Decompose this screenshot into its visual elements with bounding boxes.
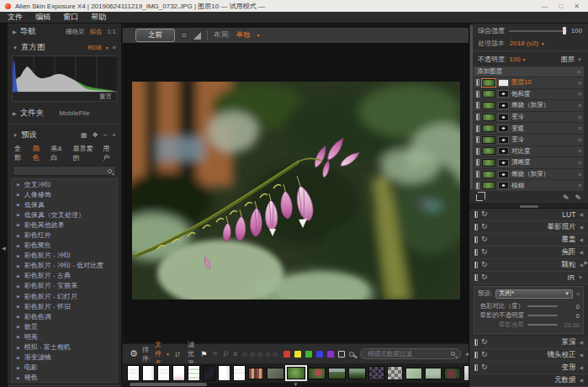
filmstrip-thumbnail-selected[interactable] [287, 367, 305, 379]
split-preview-icon[interactable] [193, 32, 201, 40]
chevron-down-icon[interactable]: ▼ [577, 57, 582, 62]
layer-visibility-toggle[interactable] [476, 136, 479, 143]
menu-icon[interactable]: ≡ [578, 148, 581, 154]
layer-visibility-toggle[interactable] [476, 114, 479, 120]
menu-icon[interactable]: ≡ [578, 80, 581, 86]
right-panel-scrollbar[interactable] [470, 25, 473, 189]
filmstrip-thumbnail[interactable] [405, 368, 422, 379]
layer-visibility-toggle[interactable] [476, 102, 479, 109]
preset-folder[interactable]: ▶彩色胶片 - 怀旧 [12, 301, 117, 311]
panel-ir-header[interactable]: ↻ IR ▼ [469, 272, 588, 284]
panel-toggle[interactable] [474, 249, 478, 256]
filmstrip-thumbnail[interactable] [425, 368, 442, 379]
layer-row[interactable]: 饱和度 ≡ [474, 89, 584, 100]
panel-toggle[interactable] [474, 339, 478, 346]
panel-toggle[interactable] [474, 262, 478, 268]
preset-grid-icon[interactable]: ▦ [81, 131, 87, 139]
layer-visibility-toggle[interactable] [476, 171, 479, 178]
fit-zoom-button[interactable]: 拟合 [90, 28, 103, 36]
preset-folder[interactable]: ▶彩色聚焦 [12, 241, 117, 251]
panel-toggle[interactable] [474, 274, 478, 281]
menu-icon[interactable]: ≡ [578, 103, 581, 109]
chevron-left-icon[interactable]: ◀ [579, 224, 583, 230]
preset-folder[interactable]: ▶人像修饰 [12, 189, 117, 199]
label-none-chip[interactable] [338, 351, 345, 358]
overall-intensity-slider[interactable] [509, 30, 567, 32]
menu-edit[interactable]: 编辑 [35, 12, 50, 23]
collapse-left-icon[interactable]: ◀ [2, 245, 6, 251]
chevron-left-icon[interactable]: ◀ [579, 249, 583, 255]
chevron-left-icon[interactable]: ◀ [579, 211, 583, 217]
histogram-channel-select[interactable]: RGB [87, 44, 101, 51]
menu-icon[interactable]: ≡ [578, 125, 581, 131]
panel-toggle[interactable] [474, 236, 478, 243]
chevron-left-icon[interactable]: ◀ [579, 236, 583, 242]
ir-halation-glow-slider[interactable] [527, 324, 558, 326]
filmstrip-thumbnail[interactable] [387, 366, 403, 380]
reset-icon[interactable]: ↻ [481, 261, 488, 268]
panel-transform[interactable]: ↻ 变形 ◀ [469, 362, 588, 374]
layer-row[interactable]: 燃烧（加深） ≡ [474, 169, 584, 180]
panel-grain[interactable]: ↻ 颗粒 ◀ [469, 259, 588, 272]
preset-folder[interactable]: ▶模拟 - 富士相机 [12, 342, 117, 353]
metadata-search-input[interactable] [366, 349, 451, 358]
collapse-triangle-icon[interactable]: ▶ [13, 29, 17, 34]
layer-mask-thumbnail[interactable] [498, 171, 509, 178]
folder-root-item[interactable]: MobileFile [59, 109, 89, 117]
preset-folder[interactable]: ▶渐变滤镜 [12, 353, 117, 363]
layer-thumbnail[interactable] [482, 79, 495, 87]
label-yellow-chip[interactable] [294, 351, 301, 358]
reset-icon[interactable]: ↻ [481, 363, 488, 371]
panel-toggle[interactable] [474, 224, 478, 231]
menu-icon[interactable]: ≡ [578, 91, 581, 97]
layer-row[interactable]: 对比度 ≡ [474, 146, 584, 157]
chevron-down-icon[interactable]: ▼ [522, 57, 527, 62]
panel-toggle[interactable] [474, 352, 478, 358]
filmstrip-scrollbar[interactable] [130, 383, 207, 386]
gear-icon[interactable]: ⚙ [130, 348, 138, 359]
preset-folder[interactable]: ▶交叉冲印 [12, 179, 117, 189]
before-button[interactable]: 之前 [135, 29, 175, 42]
panel-overlays[interactable]: ↻ 覆盖 ◀ [469, 234, 588, 247]
filmstrip-thumbnail[interactable] [157, 365, 170, 381]
layer-row[interactable]: 模糊 ≡ [474, 180, 584, 191]
histogram-reset-button[interactable]: 重置 [99, 93, 112, 101]
preset-folder[interactable]: ▶彩色胶片 - 冲印 - 低对比度 [12, 261, 117, 271]
tab-all[interactable]: 全部 [14, 144, 26, 162]
filmstrip-thumbnail[interactable] [444, 368, 461, 379]
histogram-header[interactable]: ▼ 直方图 RGB ▼ ≡ [8, 40, 121, 56]
left-collapse-rail[interactable]: ◀ [0, 24, 8, 387]
reset-icon[interactable]: ↻ [481, 248, 488, 256]
layer-row[interactable]: 燃烧（加深） ≡ [474, 100, 584, 111]
preset-folder[interactable]: ▶彩色胶片 - 幻灯片 [12, 291, 117, 301]
filmstrip-thumbnail[interactable] [233, 365, 246, 381]
navigator-header[interactable]: ▶ 导航 栅格架 拟合 1:1 [8, 24, 121, 40]
menu-icon[interactable]: ≡ [578, 172, 581, 178]
tab-color[interactable]: 颜色 [33, 144, 45, 162]
minimize-button[interactable]: — [541, 3, 548, 10]
one-to-one-zoom-button[interactable]: 1:1 [108, 28, 116, 35]
reset-icon[interactable]: ↻ [481, 210, 488, 218]
filmstrip-thumbnail[interactable] [348, 368, 366, 379]
reset-icon[interactable]: ↻ [481, 236, 488, 243]
panel-vignette[interactable]: ↻ 晕影照片 ◀ [469, 221, 588, 234]
preset-folder[interactable]: ▶低保真 [12, 199, 117, 209]
layer-mask-thumbnail[interactable] [498, 182, 509, 189]
layer-visibility-toggle[interactable] [476, 159, 479, 166]
chevron-down-icon[interactable]: ▼ [541, 41, 545, 46]
chevron-down-icon[interactable]: ▼ [105, 45, 109, 50]
preset-folder[interactable]: ▶彩色胶片 - 宝丽来 [12, 281, 117, 291]
panel-bokeh[interactable]: ↻ 景深 ◀ [469, 337, 588, 349]
crop-tool-icon[interactable] [476, 194, 483, 201]
pencil-tool-icon[interactable]: ✎ [575, 194, 581, 202]
layer-mask-thumbnail[interactable] [498, 159, 509, 167]
chevron-down-icon[interactable]: ▼ [166, 352, 170, 357]
flag-unflagged-icon[interactable]: ⚐ [222, 350, 229, 358]
filmstrip-thumbnail[interactable] [127, 365, 140, 381]
tab-favorites[interactable]: 最喜爱的 [73, 144, 96, 162]
panel-splitter[interactable] [469, 204, 588, 209]
label-red-chip[interactable] [283, 351, 290, 358]
chevron-left-icon[interactable]: ◀ [579, 352, 583, 358]
layer-row[interactable]: 变冷 ≡ [474, 112, 584, 123]
menu-icon[interactable]: ≡ [576, 291, 580, 297]
